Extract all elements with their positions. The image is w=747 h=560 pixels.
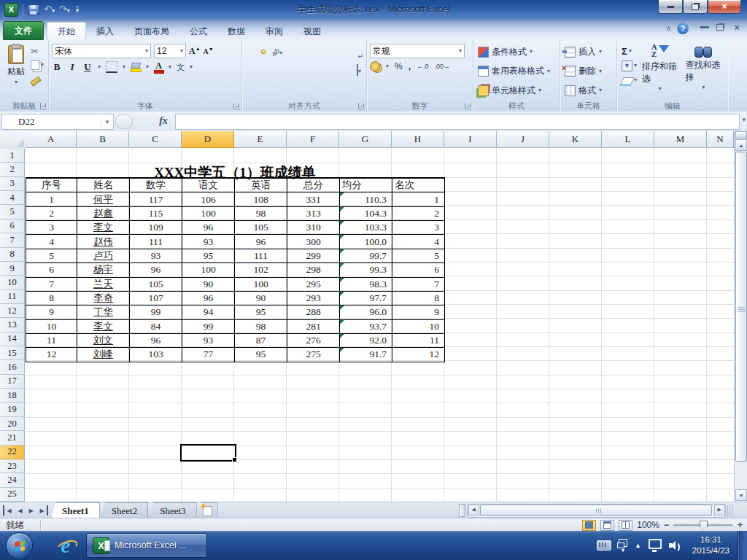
align-middle-button[interactable] — [253, 50, 258, 54]
row-header-6[interactable]: 6 — [0, 219, 25, 233]
row-header-16[interactable]: 16 — [0, 360, 25, 374]
table-cell[interactable]: 98 — [235, 320, 287, 334]
borders-button[interactable] — [106, 61, 117, 73]
minimize-ribbon-icon[interactable]: ∧ — [666, 24, 671, 32]
table-cell[interactable]: 106 — [182, 192, 235, 206]
row-header-10[interactable]: 10 — [0, 276, 25, 289]
row-header-4[interactable]: 4 — [0, 191, 25, 205]
column-header-A[interactable]: A — [26, 131, 77, 148]
excel-taskbar-button[interactable]: X Microsoft Excel ... — [86, 533, 207, 558]
internet-explorer-icon[interactable]: e — [53, 532, 79, 559]
vertical-scrollbar[interactable]: ▲ ▼ — [734, 131, 747, 502]
table-header-cell[interactable]: 均分 — [340, 179, 392, 192]
table-cell[interactable]: 何平 — [77, 192, 130, 206]
row-header-20[interactable]: 20 — [0, 417, 25, 431]
table-cell[interactable]: 331 — [287, 192, 340, 206]
table-cell[interactable]: 105 — [130, 278, 182, 292]
workbook-close-icon[interactable]: × — [734, 22, 740, 33]
page-break-view-button[interactable] — [619, 520, 632, 531]
name-box[interactable]: D22 ▼ — [1, 114, 114, 130]
vertical-split-handle[interactable] — [735, 131, 747, 139]
table-cell[interactable]: 96 — [130, 334, 182, 348]
column-header-M[interactable]: M — [654, 131, 707, 148]
table-header-cell[interactable]: 姓名 — [77, 179, 130, 192]
dialog-launcher-icon[interactable] — [465, 103, 471, 109]
column-header-F[interactable]: F — [287, 131, 339, 148]
table-cell[interactable]: 2 — [26, 207, 77, 221]
number-format-select[interactable]: 常规▾ — [370, 44, 465, 58]
insert-cells-button[interactable]: 插入▾ — [565, 44, 612, 59]
align-right-button[interactable] — [261, 68, 266, 72]
table-cell[interactable]: 77 — [182, 348, 235, 362]
decrease-decimal-button[interactable]: .00→ — [435, 63, 451, 70]
column-header-N[interactable]: N — [707, 131, 734, 148]
table-cell[interactable]: 100 — [182, 207, 235, 221]
horizontal-scroll-thumb[interactable] — [480, 505, 712, 516]
vertical-scroll-thumb[interactable] — [735, 152, 747, 462]
currency-format-button[interactable] — [370, 61, 380, 71]
row-header-22[interactable]: 22 — [0, 446, 25, 459]
table-cell[interactable]: 96 — [130, 263, 182, 277]
copy-button[interactable]: ▾ — [31, 59, 44, 71]
table-cell[interactable]: 87 — [235, 334, 287, 348]
row-header-1[interactable]: 1 — [0, 149, 25, 163]
align-top-button[interactable] — [245, 50, 249, 54]
column-header-E[interactable]: E — [234, 131, 287, 148]
workbook-restore-icon[interactable] — [716, 24, 724, 31]
table-cell[interactable]: 92.0 — [340, 334, 392, 348]
worksheet-grid[interactable]: XXX中学五（1）班成绩单 序号姓名数学语文英语总分均分名次1何平1171061… — [26, 149, 734, 502]
table-cell[interactable]: 310 — [287, 221, 340, 235]
table-cell[interactable]: 4 — [26, 235, 77, 249]
table-cell[interactable]: 93 — [182, 334, 235, 348]
insert-worksheet-tab[interactable] — [198, 502, 218, 518]
table-cell[interactable]: 103 — [130, 348, 182, 362]
table-cell[interactable]: 3 — [26, 221, 77, 235]
table-cell[interactable]: 11 — [392, 334, 445, 348]
cut-button[interactable]: ✂ — [31, 45, 44, 57]
zoom-out-button[interactable]: − — [664, 520, 669, 530]
dialog-launcher-icon[interactable] — [40, 103, 47, 109]
tab-视图[interactable]: 视图 — [293, 23, 331, 40]
column-header-H[interactable]: H — [392, 131, 444, 148]
font-color-button[interactable]: A — [154, 62, 163, 72]
tab-开始[interactable]: 开始 — [47, 22, 86, 40]
clock[interactable]: 16:31 2015/4/23 — [688, 534, 734, 556]
restore-button[interactable] — [683, 0, 708, 14]
table-cell[interactable]: 313 — [287, 207, 340, 221]
row-header-25[interactable]: 25 — [0, 488, 25, 502]
tab-审阅[interactable]: 审阅 — [255, 23, 293, 40]
row-header-19[interactable]: 19 — [0, 402, 25, 416]
volume-icon[interactable] — [669, 541, 681, 551]
fill-color-button[interactable] — [131, 63, 141, 72]
table-cell[interactable]: 100 — [182, 263, 235, 277]
table-cell[interactable]: 109 — [130, 221, 182, 235]
table-cell[interactable]: 298 — [287, 263, 340, 277]
table-cell[interactable]: 95 — [235, 306, 287, 319]
dialog-launcher-icon[interactable] — [233, 103, 240, 109]
table-cell[interactable]: 10 — [392, 320, 445, 334]
table-header-cell[interactable]: 英语 — [235, 179, 287, 192]
column-header-G[interactable]: G — [339, 131, 392, 148]
table-cell[interactable]: 90 — [235, 292, 287, 306]
table-cell[interactable]: 90 — [182, 278, 235, 292]
format-cells-button[interactable]: 格式▾ — [565, 83, 612, 98]
table-cell[interactable]: 99.3 — [340, 263, 392, 277]
selected-cell[interactable] — [180, 444, 236, 462]
column-header-L[interactable]: L — [602, 131, 654, 148]
table-cell[interactable]: 杨宇 — [77, 263, 130, 277]
table-cell[interactable]: 111 — [235, 249, 287, 263]
row-header-11[interactable]: 11 — [0, 290, 25, 304]
align-bottom-button[interactable] — [261, 50, 266, 54]
close-button[interactable]: × — [708, 0, 741, 14]
phonetic-button[interactable]: 文 — [177, 62, 185, 73]
table-cell[interactable]: 1 — [26, 192, 77, 206]
table-cell[interactable]: 91.7 — [340, 348, 392, 362]
table-cell[interactable]: 93 — [182, 235, 235, 249]
tab-公式[interactable]: 公式 — [179, 23, 217, 40]
bold-button[interactable]: B — [52, 61, 62, 73]
wrap-text-button[interactable] — [359, 50, 363, 54]
table-cell[interactable]: 103.3 — [340, 221, 392, 235]
underline-button[interactable]: U — [82, 61, 93, 73]
paste-button[interactable]: 粘贴 ▾ — [3, 42, 29, 100]
scroll-right-button[interactable]: ▶ — [714, 505, 725, 516]
